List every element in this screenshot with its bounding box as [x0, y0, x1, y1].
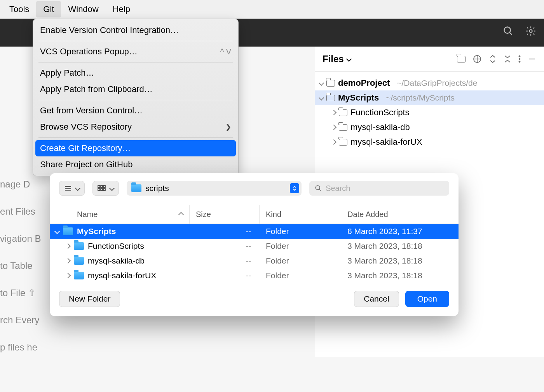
- menu-apply-patch-clipboard[interactable]: Apply Patch from Clipboard…: [33, 81, 238, 97]
- search-icon: [315, 184, 322, 192]
- chevron-right-icon: [65, 258, 71, 264]
- folder-icon: [326, 95, 335, 101]
- svg-point-8: [519, 61, 520, 62]
- folder-icon: [326, 80, 335, 87]
- chevron-down-icon: [54, 229, 60, 234]
- tree-item-demoproject[interactable]: demoProject ~/DataGripProjects/de: [315, 76, 544, 90]
- file-dialog: scripts Name Size Kind Date Added MyScri…: [50, 173, 459, 316]
- chevron-right-icon: [65, 273, 71, 278]
- svg-rect-19: [103, 189, 105, 191]
- shortcut-label: ^ V: [220, 47, 231, 56]
- menu-apply-patch[interactable]: Apply Patch…: [33, 65, 238, 81]
- col-kind[interactable]: Kind: [260, 205, 341, 224]
- search-input[interactable]: [326, 184, 444, 193]
- svg-point-0: [504, 27, 511, 33]
- col-date[interactable]: Date Added: [341, 205, 459, 224]
- file-row[interactable]: FunctionScripts -- Folder 3 March 2023, …: [50, 239, 459, 253]
- col-size[interactable]: Size: [190, 205, 260, 224]
- svg-rect-15: [101, 186, 103, 187]
- chevron-right-icon: [331, 125, 337, 130]
- view-grid-toggle[interactable]: [92, 181, 119, 196]
- folder-icon: [74, 257, 84, 265]
- chevron-right-icon: [331, 110, 337, 115]
- col-name[interactable]: Name: [50, 205, 190, 224]
- menu-git[interactable]: Git: [36, 1, 61, 17]
- more-icon[interactable]: [518, 54, 521, 64]
- folder-icon: [339, 139, 347, 146]
- folder-icon: [339, 109, 347, 116]
- file-list-header: Name Size Kind Date Added: [50, 205, 459, 224]
- files-tree: demoProject ~/DataGripProjects/de MyScri…: [315, 72, 544, 153]
- file-row[interactable]: mysql-sakila-forUX -- Folder 3 March 202…: [50, 268, 459, 283]
- folder-icon: [63, 227, 73, 235]
- tree-item[interactable]: mysql-sakila-db: [315, 120, 544, 135]
- svg-line-21: [319, 189, 321, 191]
- cancel-button[interactable]: Cancel: [354, 291, 399, 307]
- menu-vcs-popup[interactable]: VCS Operations Popup… ^ V: [33, 43, 238, 60]
- menubar: Tools Git Window Help: [0, 0, 544, 19]
- sort-asc-icon: [178, 212, 184, 217]
- chevron-down-icon: [75, 186, 80, 191]
- path-selector[interactable]: scripts: [127, 181, 302, 196]
- folder-icon: [131, 184, 141, 192]
- folder-icon: [339, 124, 347, 131]
- chevron-right-icon: [331, 139, 337, 145]
- menu-browse-vcs-repo[interactable]: Browse VCS Repository ❯: [33, 119, 238, 135]
- open-button[interactable]: Open: [405, 291, 449, 307]
- search-icon[interactable]: [503, 26, 514, 36]
- file-list: MyScripts -- Folder 6 March 2023, 11:37 …: [50, 224, 459, 283]
- tree-item[interactable]: FunctionScripts: [315, 105, 544, 120]
- folder-icon[interactable]: [457, 56, 466, 62]
- file-row[interactable]: mysql-sakila-db -- Folder 3 March 2023, …: [50, 253, 459, 268]
- chevron-down-icon: [319, 80, 324, 86]
- tree-item-myscripts[interactable]: MyScripts ~/scripts/MyScripts: [315, 90, 544, 105]
- menu-share-github[interactable]: Share Project on GitHub: [33, 156, 238, 173]
- chevron-down-icon: [346, 56, 352, 62]
- menu-enable-vcs[interactable]: Enable Version Control Integration…: [33, 22, 238, 38]
- svg-rect-18: [101, 189, 103, 191]
- target-icon[interactable]: [473, 54, 482, 64]
- background-text: nage D ent Files vigation B to Table to …: [0, 171, 41, 361]
- folder-icon: [74, 242, 84, 250]
- minimize-icon[interactable]: [528, 55, 536, 63]
- chevron-right-icon: ❯: [225, 123, 231, 131]
- gear-icon[interactable]: [525, 26, 536, 36]
- collapse-all-icon[interactable]: [504, 54, 511, 64]
- svg-point-20: [316, 186, 320, 190]
- svg-point-7: [519, 58, 520, 60]
- view-list-toggle[interactable]: [59, 181, 85, 196]
- chevron-down-icon: [109, 186, 115, 191]
- search-field[interactable]: [309, 181, 449, 196]
- tree-item[interactable]: mysql-sakila-forUX: [315, 135, 544, 149]
- menu-help[interactable]: Help: [106, 1, 137, 17]
- folder-icon: [74, 272, 84, 279]
- svg-rect-16: [103, 186, 105, 187]
- file-row[interactable]: MyScripts -- Folder 6 March 2023, 11:37: [50, 224, 459, 239]
- new-folder-button[interactable]: New Folder: [59, 291, 120, 307]
- updown-icon: [290, 183, 299, 193]
- svg-point-2: [530, 30, 532, 33]
- chevron-right-icon: [65, 243, 71, 249]
- svg-rect-14: [98, 186, 100, 187]
- menu-create-git-repo[interactable]: Create Git Repository…: [35, 140, 236, 156]
- menu-window[interactable]: Window: [61, 1, 105, 17]
- menu-tools[interactable]: Tools: [2, 1, 36, 17]
- svg-point-6: [519, 56, 520, 57]
- expand-collapse-icon[interactable]: [489, 54, 497, 64]
- svg-line-1: [510, 33, 512, 35]
- panel-title[interactable]: Files: [323, 54, 351, 64]
- git-menu-dropdown: Enable Version Control Integration… VCS …: [33, 19, 239, 176]
- chevron-down-icon: [319, 95, 324, 101]
- svg-rect-17: [98, 189, 100, 191]
- menu-get-from-vcs[interactable]: Get from Version Control…: [33, 102, 238, 119]
